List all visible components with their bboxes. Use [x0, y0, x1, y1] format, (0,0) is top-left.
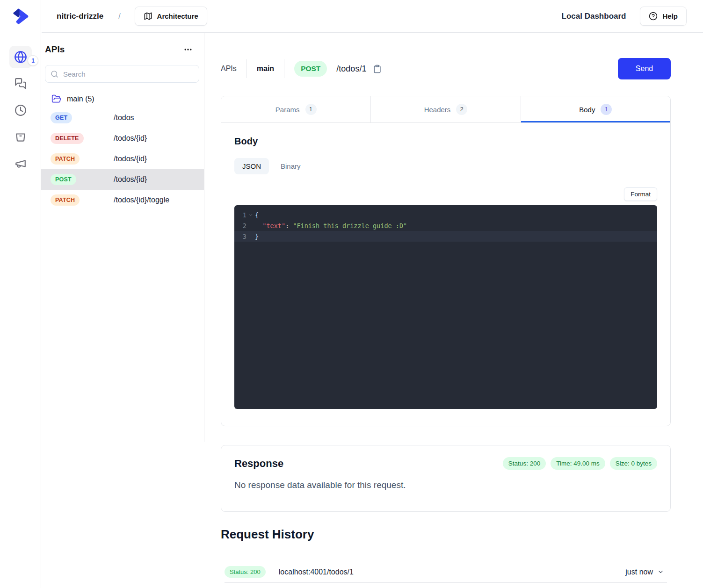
clipboard-icon [373, 65, 382, 73]
rail-item-storage[interactable] [9, 126, 32, 148]
method-badge: PATCH [51, 194, 80, 206]
response-badge: Time: 49.00 ms [551, 457, 605, 470]
storage-box-icon [14, 131, 27, 143]
icon-rail: 1 [0, 0, 41, 588]
endpoint-path: /todos/{id}/toggle [114, 196, 169, 204]
search-icon [51, 70, 58, 78]
history-time-toggle[interactable]: just now [625, 568, 667, 576]
line-number: 2 [234, 222, 246, 229]
endpoint-path: /todos/{id} [114, 175, 147, 184]
endpoint-row[interactable]: GET /todos [41, 108, 204, 128]
tab-count-badge: 2 [456, 104, 467, 115]
endpoint-list: GET /todos DELETE /todos/{id} PATCH /tod… [41, 108, 204, 210]
mode-json-button[interactable]: JSON [234, 158, 269, 174]
rail-item-websockets[interactable] [9, 72, 32, 95]
breadcrumb-separator: / [118, 12, 120, 21]
body-mode-toggle: JSON Binary [234, 158, 657, 174]
main-content: APIs main POST /todos/1 Send Params 1 [204, 33, 703, 588]
send-button[interactable]: Send [618, 58, 671, 79]
rail-item-topics[interactable] [9, 152, 32, 175]
help-circle-icon [649, 12, 658, 21]
method-badge: POST [51, 174, 76, 185]
request-history-list: Status: 200 localhost:4001/todos/1 just … [221, 561, 671, 583]
tab-bar: Params 1 Headers 2 Body 1 [221, 96, 670, 123]
response-empty-message: No response data available for this requ… [234, 480, 657, 490]
api-count-badge: 1 [28, 55, 38, 66]
request-method-badge: POST [294, 61, 327, 77]
help-button[interactable]: Help [640, 7, 687, 26]
project-name: nitric-drizzle [57, 12, 103, 21]
top-bar: nitric-drizzle / Architecture Local Dash… [42, 0, 703, 33]
history-time-label: just now [625, 568, 653, 576]
divider [284, 59, 284, 78]
ellipsis-icon [183, 45, 193, 54]
divider [246, 59, 247, 78]
tab[interactable]: Params 1 [221, 96, 371, 122]
endpoint-row[interactable]: POST /todos/{id} [41, 169, 204, 190]
architecture-button[interactable]: Architecture [135, 7, 207, 26]
code-line-active: 3 } [234, 231, 657, 242]
nitric-logo [10, 6, 31, 27]
map-icon [144, 12, 152, 21]
request-path: /todos/1 [336, 64, 366, 74]
method-badge: PATCH [51, 153, 80, 165]
api-folder-main[interactable]: main (5) [41, 90, 204, 108]
crumb-api-name: main [257, 65, 274, 73]
endpoint-path: /todos/{id} [114, 155, 147, 163]
response-badge: Status: 200 [503, 457, 546, 470]
body-section-title: Body [234, 136, 657, 147]
rail-item-schedules[interactable] [9, 99, 32, 122]
line-number: 1 [234, 211, 246, 219]
method-badge: DELETE [51, 133, 84, 144]
request-card: Params 1 Headers 2 Body 1 Body [221, 96, 671, 426]
folder-open-icon [51, 94, 61, 104]
search-input[interactable] [45, 65, 199, 83]
json-string-value: "Finish this drizzle guide :D" [293, 222, 407, 229]
folder-label: main (5) [67, 95, 94, 103]
response-badge: Size: 0 bytes [610, 457, 657, 470]
response-title: Response [234, 458, 283, 470]
local-dashboard-label: Local Dashboard [562, 12, 626, 21]
fold-chevron-icon[interactable] [246, 213, 255, 217]
endpoint-path: /todos [114, 114, 134, 122]
response-card: Response Status: 200 Time: 49.00 ms Size… [221, 445, 671, 512]
tab-label: Params [275, 106, 300, 114]
history-url: localhost:4001/todos/1 [279, 568, 354, 576]
history-status-badge: Status: 200 [225, 566, 266, 578]
more-menu-button[interactable] [182, 44, 194, 55]
code-text: } [255, 233, 259, 240]
format-button[interactable]: Format [624, 187, 657, 201]
endpoint-row[interactable]: PATCH /todos/{id} [41, 149, 204, 169]
globe-icon [14, 50, 27, 64]
copy-path-button[interactable] [372, 64, 383, 74]
json-body-editor[interactable]: 1 { 2 "text": "Finish this drizzle guide… [234, 205, 657, 409]
clock-icon [14, 104, 27, 116]
megaphone-icon [14, 158, 27, 170]
tab-label: Body [579, 106, 595, 114]
request-bar: APIs main POST /todos/1 Send [221, 58, 671, 79]
json-key: "text" [262, 222, 285, 229]
apis-sidebar: APIs main (5) GET /todos [41, 33, 204, 442]
endpoint-row[interactable]: DELETE /todos/{id} [41, 128, 204, 149]
code-line: 1 { [234, 209, 657, 220]
crumb-apis: APIs [221, 65, 237, 73]
method-badge: GET [51, 112, 72, 123]
help-label: Help [662, 12, 678, 20]
code-text: { [255, 211, 259, 219]
architecture-label: Architecture [157, 12, 198, 20]
tab[interactable]: Headers 2 [371, 96, 521, 122]
response-meta-badges: Status: 200 Time: 49.00 ms Size: 0 bytes [503, 457, 657, 470]
mode-binary-button[interactable]: Binary [273, 158, 309, 174]
endpoint-row[interactable]: PATCH /todos/{id}/toggle [41, 190, 204, 210]
line-number: 3 [234, 233, 246, 240]
code-line: 2 "text": "Finish this drizzle guide :D" [234, 220, 657, 231]
chevron-down-icon [657, 568, 664, 575]
request-history-title: Request History [221, 527, 671, 542]
sidebar-title: APIs [45, 44, 65, 55]
endpoint-path: /todos/{id} [114, 134, 147, 143]
tab-count-badge: 1 [305, 104, 317, 115]
history-row[interactable]: Status: 200 localhost:4001/todos/1 just … [225, 561, 667, 583]
tab[interactable]: Body 1 [521, 96, 670, 122]
tab-count-badge: 1 [601, 104, 612, 115]
tab-label: Headers [424, 106, 451, 114]
